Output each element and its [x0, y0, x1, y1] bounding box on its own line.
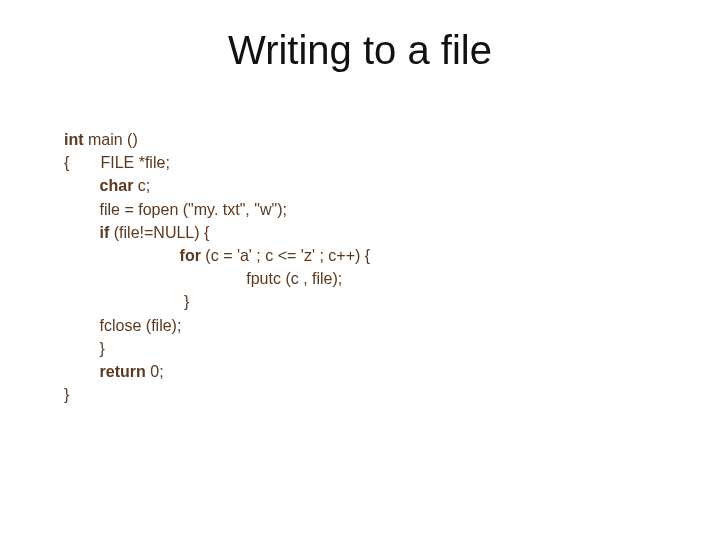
code-text: }: [64, 386, 69, 403]
code-text: [64, 224, 100, 241]
code-text: { FILE *file;: [64, 154, 170, 171]
code-text: [64, 177, 100, 194]
code-text: (file!=NULL) {: [109, 224, 209, 241]
kw-return: return: [100, 363, 146, 380]
kw-char: char: [100, 177, 134, 194]
code-text: 0;: [146, 363, 164, 380]
kw-for: for: [180, 247, 201, 264]
code-text: fputc (c , file);: [64, 270, 342, 287]
code-text: file = fopen ("my. txt", "w");: [64, 201, 287, 218]
code-text: main (): [84, 131, 138, 148]
slide: Writing to a file int main () { FILE *fi…: [0, 0, 720, 540]
slide-title: Writing to a file: [0, 0, 720, 73]
code-text: fclose (file);: [64, 317, 181, 334]
code-block: int main () { FILE *file; char c; file =…: [64, 128, 370, 406]
kw-int: int: [64, 131, 84, 148]
code-text: }: [64, 340, 105, 357]
code-text: [64, 247, 180, 264]
code-text: }: [64, 293, 189, 310]
code-text: [64, 363, 100, 380]
kw-if: if: [100, 224, 110, 241]
code-text: c;: [133, 177, 150, 194]
code-text: (c = 'a' ; c <= 'z' ; c++) {: [201, 247, 370, 264]
